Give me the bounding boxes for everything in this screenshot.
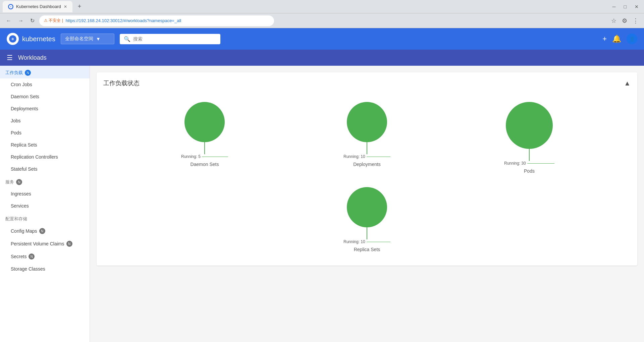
k8s-favicon: ⎈ bbox=[8, 4, 13, 9]
search-icon: 🔍 bbox=[124, 36, 130, 42]
browser-tab[interactable]: ⎈ Kubernetes Dashboard ✕ bbox=[3, 1, 72, 12]
pvc-label: Persistent Volume Claims bbox=[11, 241, 64, 246]
security-warning: ⚠ 不安全 | bbox=[44, 18, 63, 23]
page-title: Workloads bbox=[18, 54, 47, 61]
forward-button[interactable]: → bbox=[16, 16, 25, 25]
sidebar-item-daemon-sets[interactable]: Daemon Sets bbox=[0, 91, 90, 103]
sidebar-item-ingresses[interactable]: Ingresses bbox=[0, 188, 90, 200]
charts-row-2: Running: 10 Replica Sets bbox=[103, 187, 631, 259]
browser-toolbar-icons: ☆ ⚙ ⋮ bbox=[610, 16, 640, 26]
sidebar-item-replication-controllers[interactable]: Replication Controllers bbox=[0, 151, 90, 163]
jobs-label: Jobs bbox=[11, 118, 21, 123]
sidebar-item-stateful-sets[interactable]: Stateful Sets bbox=[0, 163, 90, 175]
kubernetes-logo[interactable]: ⎈ kubernetes bbox=[7, 33, 55, 45]
sidebar-section-services[interactable]: 服务 N bbox=[0, 175, 90, 188]
add-button[interactable]: + bbox=[602, 35, 607, 43]
deployments-label: Deployments bbox=[11, 106, 38, 111]
secrets-label: Secrets bbox=[11, 254, 26, 259]
daemon-sets-circle-area: Running: 5 bbox=[181, 102, 228, 159]
replication-controllers-label: Replication Controllers bbox=[11, 154, 58, 160]
logo-text: kubernetes bbox=[22, 35, 55, 43]
svg-text:⎈: ⎈ bbox=[11, 36, 14, 41]
content-area: 工作负载状态 ▲ Running: 5 Daemon Sets bbox=[90, 66, 644, 342]
replica-sets-title: Replica Sets bbox=[354, 247, 380, 252]
user-avatar[interactable]: 👤 bbox=[627, 34, 637, 44]
sidebar-item-secrets[interactable]: Secrets N bbox=[0, 250, 90, 263]
deployments-hline bbox=[367, 157, 390, 157]
pods-circle bbox=[506, 102, 553, 149]
deployments-title: Deployments bbox=[353, 162, 381, 167]
workload-status-card: 工作负载状态 ▲ Running: 5 Daemon Sets bbox=[97, 72, 637, 266]
daemon-sets-running-text: Running: 5 bbox=[181, 154, 201, 159]
extension-button[interactable]: ⚙ bbox=[621, 16, 629, 26]
maximize-button[interactable]: □ bbox=[621, 3, 629, 11]
main-layout: 工作负载 N Cron Jobs Daemon Sets Deployments… bbox=[0, 66, 644, 342]
minimize-button[interactable]: ─ bbox=[610, 3, 619, 11]
pods-label: Pods bbox=[11, 130, 21, 135]
search-input[interactable] bbox=[133, 36, 200, 42]
app-header: ⎈ kubernetes 全部命名空间 ▼ 🔍 + 🔔 👤 bbox=[0, 28, 644, 50]
page-title-bar: ☰ Workloads bbox=[0, 50, 644, 66]
replica-sets-chart: Running: 10 Replica Sets bbox=[340, 187, 394, 252]
section-title: 工作负载状态 bbox=[103, 79, 140, 87]
secrets-badge: N bbox=[29, 253, 35, 260]
section-header: 工作负载状态 ▲ bbox=[103, 79, 631, 87]
deployments-running-text: Running: 10 bbox=[343, 154, 365, 159]
avatar-icon: 👤 bbox=[629, 36, 635, 42]
namespace-selector[interactable]: 全部命名空间 ▼ bbox=[61, 34, 114, 44]
replica-sets-circle bbox=[347, 187, 387, 227]
url-display: https://192.168.24.102:30012/#/workloads… bbox=[66, 18, 181, 23]
pods-circle-area: Running: 30 bbox=[504, 102, 554, 166]
tab-close-button[interactable]: ✕ bbox=[64, 4, 67, 9]
collapse-button[interactable]: ▲ bbox=[624, 79, 631, 87]
logo-circle: ⎈ bbox=[7, 33, 19, 45]
address-bar-row: ← → ↻ ⚠ 不安全 | https://192.168.24.102:300… bbox=[0, 13, 644, 28]
daemon-sets-connector bbox=[204, 142, 205, 154]
charts-row-1: Running: 5 Daemon Sets Running: 10 bbox=[103, 95, 631, 187]
bookmark-button[interactable]: ☆ bbox=[610, 16, 618, 26]
daemon-sets-title: Daemon Sets bbox=[191, 162, 219, 167]
dropdown-arrow-icon: ▼ bbox=[96, 36, 101, 42]
sidebar-section-config[interactable]: 配置和存储 bbox=[0, 212, 90, 225]
sidebar-item-storage-classes[interactable]: Storage Classes bbox=[0, 263, 90, 275]
search-bar[interactable]: 🔍 bbox=[120, 34, 220, 44]
daemon-sets-hline bbox=[202, 157, 228, 157]
config-section-label: 配置和存储 bbox=[5, 216, 27, 222]
sidebar-item-pvc[interactable]: Persistent Volume Claims N bbox=[0, 237, 90, 250]
daemon-sets-circle bbox=[184, 102, 225, 142]
storage-classes-label: Storage Classes bbox=[11, 266, 45, 272]
more-button[interactable]: ⋮ bbox=[631, 16, 640, 26]
window-controls: ─ □ ✕ bbox=[610, 3, 641, 11]
address-bar[interactable]: ⚠ 不安全 | https://192.168.24.102:30012/#/w… bbox=[39, 15, 274, 26]
daemon-sets-label-row: Running: 5 bbox=[181, 154, 228, 159]
services-badge: N bbox=[16, 179, 22, 185]
sidebar-item-deployments[interactable]: Deployments bbox=[0, 103, 90, 115]
config-maps-badge: N bbox=[39, 228, 45, 234]
deployments-label-row: Running: 10 bbox=[343, 154, 390, 159]
pvc-badge: N bbox=[66, 241, 72, 247]
deployments-circle-area: Running: 10 bbox=[343, 102, 390, 159]
sidebar-item-pods[interactable]: Pods bbox=[0, 127, 90, 139]
deployments-chart: Running: 10 Deployments bbox=[340, 102, 394, 167]
close-button[interactable]: ✕ bbox=[632, 3, 641, 11]
sidebar-section-workloads[interactable]: 工作负载 N bbox=[0, 66, 90, 78]
replica-sets-label: Replica Sets bbox=[11, 142, 37, 148]
sidebar-item-cron-jobs[interactable]: Cron Jobs bbox=[0, 78, 90, 91]
ingresses-label: Ingresses bbox=[11, 191, 31, 196]
back-button[interactable]: ← bbox=[4, 16, 13, 25]
replica-sets-circle-area: Running: 10 bbox=[343, 187, 390, 244]
pods-hline bbox=[527, 163, 554, 164]
services-section-label: 服务 bbox=[5, 179, 14, 185]
refresh-button[interactable]: ↻ bbox=[28, 16, 37, 25]
services-label: Services bbox=[11, 203, 29, 209]
browser-chrome: ⎈ Kubernetes Dashboard ✕ + ─ □ ✕ bbox=[0, 0, 644, 13]
notifications-button[interactable]: 🔔 bbox=[612, 35, 621, 43]
stateful-sets-label: Stateful Sets bbox=[11, 166, 37, 172]
new-tab-button[interactable]: + bbox=[75, 2, 84, 11]
sidebar-item-replica-sets[interactable]: Replica Sets bbox=[0, 139, 90, 151]
hamburger-menu-icon[interactable]: ☰ bbox=[7, 54, 13, 62]
sidebar-item-jobs[interactable]: Jobs bbox=[0, 115, 90, 127]
namespace-label: 全部命名空间 bbox=[65, 36, 93, 42]
sidebar-item-config-maps[interactable]: Config Maps N bbox=[0, 225, 90, 237]
sidebar-item-services[interactable]: Services bbox=[0, 200, 90, 212]
